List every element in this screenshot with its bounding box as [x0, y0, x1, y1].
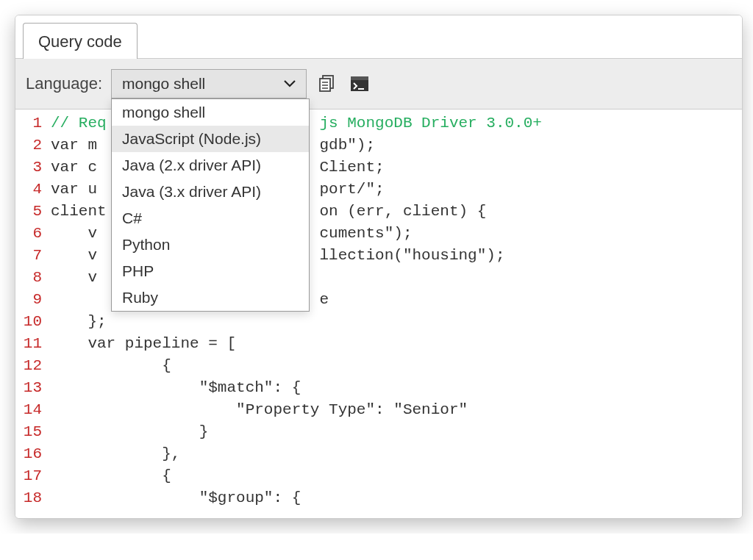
code-line: { — [51, 465, 742, 487]
tab-label: Query code — [38, 32, 122, 51]
svg-rect-6 — [351, 76, 368, 80]
language-option[interactable]: Java (2.x driver API) — [112, 152, 309, 179]
line-number: 12 — [15, 355, 42, 377]
code-line: "$match": { — [51, 377, 742, 399]
code-line: }, — [51, 443, 742, 465]
line-number: 15 — [15, 421, 42, 443]
toolbar: Language: mongo shell mongo shellJavaScr… — [15, 58, 742, 110]
line-number: 2 — [15, 134, 42, 157]
language-dropdown-value: mongo shell — [122, 75, 205, 93]
code-line: "Property Type": "Senior" — [51, 399, 742, 421]
line-number: 8 — [15, 267, 42, 289]
line-number-gutter: 123456789101112131415161718 — [15, 112, 51, 515]
line-number: 6 — [15, 223, 42, 245]
line-number: 1 — [15, 112, 42, 134]
line-number: 11 — [15, 333, 42, 355]
language-option[interactable]: JavaScript (Node.js) — [112, 126, 309, 152]
line-number: 10 — [15, 311, 42, 333]
language-label: Language: — [26, 74, 102, 93]
line-number: 18 — [15, 487, 42, 509]
line-number: 7 — [15, 245, 42, 267]
line-number: 16 — [15, 443, 42, 465]
line-number: 17 — [15, 465, 42, 487]
language-dropdown[interactable]: mongo shell — [111, 69, 307, 98]
line-number: 4 — [15, 179, 42, 201]
copy-icon[interactable] — [315, 72, 339, 96]
line-number: 3 — [15, 157, 42, 179]
code-line: { — [51, 355, 742, 377]
terminal-icon[interactable] — [348, 72, 371, 96]
line-number: 9 — [15, 289, 42, 311]
language-option[interactable]: Python — [112, 231, 309, 258]
tab-query-code[interactable]: Query code — [23, 23, 138, 59]
language-option[interactable]: C# — [112, 205, 309, 231]
line-number: 14 — [15, 399, 42, 421]
language-option[interactable]: Ruby — [112, 284, 309, 311]
language-dropdown-wrap: mongo shell mongo shellJavaScript (Node.… — [111, 69, 307, 98]
language-dropdown-menu: mongo shellJavaScript (Node.js)Java (2.x… — [111, 98, 310, 312]
code-line: var pipeline = [ — [51, 333, 742, 355]
code-line: }; — [51, 311, 742, 333]
language-option[interactable]: mongo shell — [112, 99, 309, 126]
language-option[interactable]: Java (3.x driver API) — [112, 179, 309, 205]
language-option[interactable]: PHP — [112, 258, 309, 284]
line-number: 13 — [15, 377, 42, 399]
chevron-down-icon — [284, 77, 296, 90]
query-code-window: Query code Language: mongo shell mongo s… — [15, 15, 743, 519]
line-number: 5 — [15, 201, 42, 223]
code-line: "$group": { — [51, 487, 742, 509]
code-line: } — [51, 421, 742, 443]
tab-strip: Query code — [15, 15, 742, 59]
